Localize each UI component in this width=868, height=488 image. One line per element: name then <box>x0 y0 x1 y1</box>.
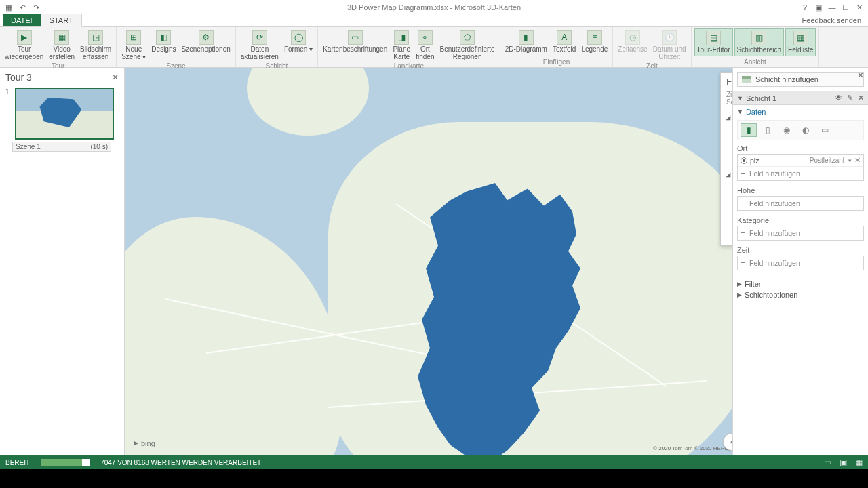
layer-delete-icon[interactable]: ✕ <box>858 94 864 102</box>
minimize-icon[interactable]: — <box>826 2 838 13</box>
label-kategorie: Kategorie <box>737 216 864 224</box>
status-view1-icon[interactable]: ▭ <box>824 458 831 467</box>
close-icon[interactable]: ✕ <box>853 2 865 13</box>
field-Produkt[interactable]: Produkt <box>726 210 732 221</box>
field-plz[interactable]: plz <box>726 199 732 210</box>
viz-stacked-column[interactable]: ▮ <box>741 123 757 137</box>
scene-name: Szene 1 <box>16 143 41 150</box>
field-qkm[interactable]: qkm <box>726 153 732 164</box>
ribbon-daten-aktualisieren[interactable]: ⟳Daten aktualisieren <box>239 28 281 62</box>
viz-bubble[interactable]: ◉ <box>778 123 795 137</box>
ribbon-bildschirm-erfassen[interactable]: ◳Bildschirm erfassen <box>78 28 113 62</box>
field-Umsatz[interactable]: Umsatz <box>726 232 732 243</box>
redo-icon[interactable]: ↷ <box>31 3 41 12</box>
status-view3-icon[interactable]: ▦ <box>855 458 863 467</box>
section-filter[interactable]: ▶Filter <box>733 279 868 289</box>
layer-rename-icon[interactable]: ✎ <box>847 94 853 102</box>
window-title: 3D Power Map Diagramm.xlsx - Microsoft 3… <box>347 3 521 12</box>
ort-finden-icon: ⌖ <box>418 30 433 45</box>
table-Tabelle2[interactable]: Tabelle2 <box>726 169 732 178</box>
map-copyright: © 2020 TomTom © 2020 HERE <box>653 445 728 451</box>
map-canvas[interactable]: ▸ bing © 2020 TomTom © 2020 HERE ˄ ˅ ‹ ›… <box>125 68 732 455</box>
ort-radio[interactable] <box>741 157 747 164</box>
status-ready: BEREIT <box>5 459 30 466</box>
ort-field-box: plz Postleitzahl ▾ ✕ +Feld hinzufügen <box>737 154 864 181</box>
scene-duration: (10 s) <box>90 143 108 150</box>
field-plz[interactable]: plz <box>726 142 732 153</box>
layer-header[interactable]: ▼ Schicht 1 👁 ✎ ✕ <box>733 91 868 105</box>
progress-bar <box>41 459 90 466</box>
field-list-title: Feldliste <box>726 77 732 87</box>
tab-datei[interactable]: DATEI <box>3 14 41 26</box>
ribbon-plane-karte[interactable]: ◨Plane Karte <box>391 28 412 62</box>
schichtbereich-icon: ▥ <box>751 30 766 45</box>
ribbon-kartenbeschriftungen[interactable]: ▭Kartenbeschriftungen <box>321 28 389 55</box>
ort-field-row[interactable]: plz Postleitzahl ▾ ✕ <box>738 155 863 167</box>
ribbon-tour-editor[interactable]: ▤Tour-Editor <box>694 28 733 56</box>
bing-logo-icon: ▸ <box>134 439 138 447</box>
ribbon-tour-wiedergeben[interactable]: ▶Tour wiedergeben <box>3 28 45 62</box>
kategorie-field-box: +Feld hinzufügen <box>737 226 864 241</box>
ribbon-benutzerdefinierte-regionen[interactable]: ⬠Benutzerdefinierte Regionen <box>438 28 497 62</box>
section-daten[interactable]: ▼Daten <box>737 108 864 116</box>
ribbon-neue-szene[interactable]: ⊞Neue Szene ▾ <box>119 28 148 62</box>
black-strip <box>0 469 868 488</box>
ribbon-legende[interactable]: ≡Legende <box>579 28 610 55</box>
add-layer-button[interactable]: Schicht hinzufügen <box>737 72 864 87</box>
hohe-add-field[interactable]: +Feld hinzufügen <box>738 197 863 210</box>
video-erstellen-icon: ▦ <box>54 30 69 45</box>
maximize-icon[interactable]: ☐ <box>840 2 852 13</box>
ribbon-szenenoptionen[interactable]: ⚙Szenenoptionen <box>179 28 232 55</box>
ribbon-formen[interactable]: ◯Formen ▾ <box>282 28 315 55</box>
ort-add-field[interactable]: +Feld hinzufügen <box>738 167 863 180</box>
field-qkm[interactable]: qkm <box>726 221 732 232</box>
viz-heatmap[interactable]: ◐ <box>797 123 814 137</box>
help-icon[interactable]: ? <box>799 2 811 13</box>
field-einwohner[interactable]: einwohner <box>726 178 732 188</box>
title-bar: ▦ ↶ ↷ 3D Power Map Diagramm.xlsx - Micro… <box>0 0 868 15</box>
tab-start[interactable]: START <box>41 14 82 27</box>
kategorie-add-field[interactable]: +Feld hinzufügen <box>738 226 863 240</box>
status-view2-icon[interactable]: ▣ <box>840 458 847 467</box>
plane-karte-icon: ◨ <box>394 30 409 45</box>
scene-item[interactable]: 1 Szene 1 (10 s) <box>5 88 119 152</box>
datum-uhrzeit-icon: 🕒 <box>662 30 677 45</box>
viz-clustered-column[interactable]: ▯ <box>760 123 776 137</box>
field-note[interactable]: note <box>726 131 732 142</box>
feedback-link[interactable]: Feedback senden <box>802 16 861 24</box>
zeit-add-field[interactable]: +Feld hinzufügen <box>738 256 863 270</box>
status-bar: BEREIT 7047 VON 8168 WERTEN WERDEN VERAR… <box>0 455 868 469</box>
field-einwohner[interactable]: einwohner <box>726 121 732 131</box>
viz-region[interactable]: ▭ <box>816 123 833 137</box>
designs-icon: ◧ <box>156 30 171 45</box>
field-note[interactable]: note <box>726 188 732 199</box>
layer-panel-close-icon[interactable]: ✕ <box>857 70 864 80</box>
ribbon-options-icon[interactable]: ▣ <box>812 2 825 13</box>
ribbon-video-erstellen[interactable]: ▦Video erstellen <box>47 28 77 62</box>
layer-visibility-icon[interactable]: 👁 <box>835 94 842 102</box>
section-schichtoptionen[interactable]: ▶Schichtoptionen <box>733 289 868 300</box>
bing-attribution: ▸ bing <box>134 439 155 447</box>
scene-number: 1 <box>5 88 12 96</box>
ribbon-zeitachse: ◷Zeitachse <box>616 28 649 55</box>
ribbon-textfeld[interactable]: ATextfeld <box>551 28 578 55</box>
label-ort: Ort <box>737 144 864 152</box>
undo-icon[interactable]: ↶ <box>18 3 27 12</box>
ribbon-2d-diagramm[interactable]: ▮2D-Diagramm <box>503 28 549 55</box>
add-layer-icon <box>742 76 751 83</box>
tour-close-icon[interactable]: ✕ <box>112 73 119 82</box>
ribbon-feldliste[interactable]: ▦Feldliste <box>785 28 816 56</box>
layer-name: Schicht 1 <box>746 94 832 102</box>
ribbon-ort-finden[interactable]: ⌖Ort finden <box>414 28 436 62</box>
textfeld-icon: A <box>557 30 572 45</box>
zeitachse-icon: ◷ <box>625 30 640 45</box>
workarea: Tour 3 ✕ 1 Szene 1 (10 s) ▸ bing © 2020 … <box>0 68 868 455</box>
ort-remove-icon[interactable]: ✕ <box>854 156 861 165</box>
ribbon-schichtbereich[interactable]: ▥Schichtbereich <box>734 28 785 56</box>
ribbon-designs[interactable]: ◧Designs <box>149 28 178 55</box>
field-list-hint: Ziehen Sie Felder in den Schichtbereich. <box>721 91 732 110</box>
table-Tabelle1[interactable]: Tabelle1 <box>726 113 732 121</box>
scene-thumbnail[interactable] <box>15 88 114 140</box>
ort-type-dropdown[interactable]: ▾ <box>848 157 852 164</box>
field-list-panel: Feldliste ✕ Ziehen Sie Felder in den Sch… <box>720 72 732 246</box>
